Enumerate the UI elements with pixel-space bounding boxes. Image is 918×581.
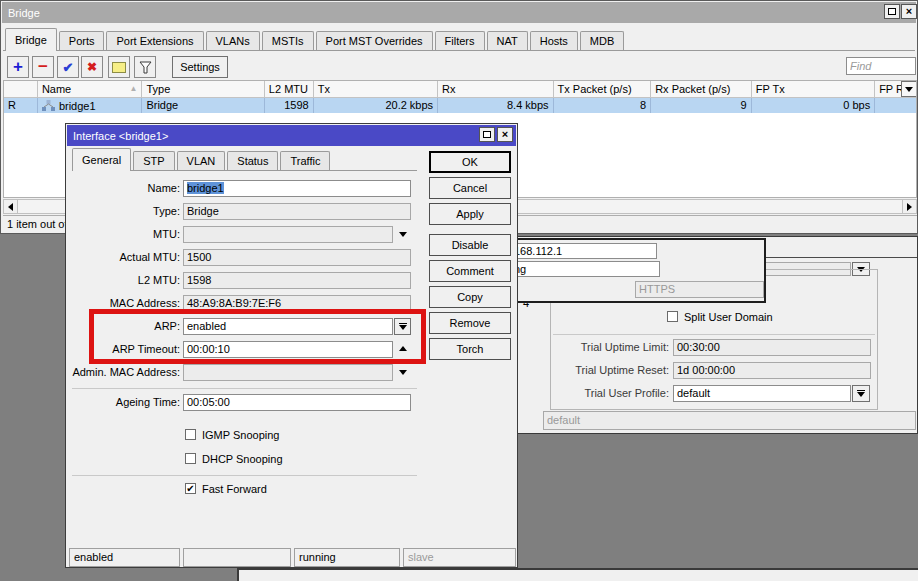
igmp-snooping-checkbox[interactable] bbox=[185, 429, 196, 440]
dhcp-snooping-checkbox[interactable] bbox=[185, 453, 196, 464]
comment-button[interactable] bbox=[108, 56, 130, 78]
close-icon: × bbox=[502, 129, 508, 140]
cross-icon: ✖ bbox=[87, 60, 97, 74]
tab-filters[interactable]: Filters bbox=[435, 31, 485, 51]
cancel-button[interactable]: Cancel bbox=[429, 177, 511, 199]
tab-status[interactable]: Status bbox=[227, 151, 278, 171]
mtu-label: MTU: bbox=[66, 226, 180, 243]
table-row[interactable]: R bridge1 Bridge 1598 20.2 kbps 8.4 kbps… bbox=[4, 98, 916, 113]
window-titlebar[interactable]: Bridge bbox=[2, 2, 916, 23]
admin-mac-dropdown-icon[interactable] bbox=[399, 370, 407, 375]
admin-mac-field[interactable] bbox=[183, 364, 393, 381]
torch-button[interactable]: Torch bbox=[429, 338, 511, 360]
combo-bar bbox=[857, 390, 865, 391]
fast-forward-checkbox[interactable]: ✔ bbox=[185, 483, 196, 494]
row-tx: 20.2 kbps bbox=[314, 98, 438, 113]
https-field: HTTPS bbox=[635, 281, 764, 298]
tab-hosts[interactable]: Hosts bbox=[530, 31, 578, 51]
tab-ports[interactable]: Ports bbox=[59, 31, 105, 51]
trial-uptime-reset-field[interactable]: 1d 00:00:00 bbox=[673, 362, 871, 379]
row-type: Bridge bbox=[142, 98, 264, 113]
status-empty bbox=[183, 548, 291, 567]
row-fp-tx: 0 bps bbox=[752, 98, 875, 113]
arrow-right-icon bbox=[907, 203, 912, 211]
tab-port-mst-overrides[interactable]: Port MST Overrides bbox=[316, 31, 433, 51]
tab-vlans[interactable]: VLANs bbox=[206, 31, 260, 51]
name-field[interactable]: bridge1 bbox=[183, 180, 411, 197]
tab-nat[interactable]: NAT bbox=[487, 31, 528, 51]
tab-traffic[interactable]: Traffic bbox=[280, 151, 330, 171]
copy-button[interactable]: Copy bbox=[429, 286, 511, 308]
type-field: Bridge bbox=[183, 203, 411, 220]
filter-button[interactable] bbox=[134, 56, 156, 78]
column-rx[interactable]: Rx bbox=[438, 81, 553, 97]
row-l2mtu: 1598 bbox=[265, 98, 314, 113]
column-fp-tx[interactable]: FP Tx bbox=[752, 81, 875, 97]
tab-stp[interactable]: STP bbox=[133, 151, 174, 171]
enable-button[interactable]: ✔ bbox=[57, 56, 79, 78]
column-flags[interactable] bbox=[4, 81, 38, 97]
separator bbox=[72, 388, 417, 389]
tab-vlan[interactable]: VLAN bbox=[177, 151, 226, 171]
separator bbox=[72, 475, 417, 476]
dialog-close-button[interactable]: × bbox=[497, 127, 513, 142]
column-tx-packet[interactable]: Tx Packet (p/s) bbox=[554, 81, 652, 97]
remove-button[interactable]: Remove bbox=[429, 312, 511, 334]
column-fp-r[interactable]: FP R bbox=[875, 81, 901, 97]
dhcp-snooping-label: DHCP Snooping bbox=[202, 453, 283, 465]
column-select-button[interactable] bbox=[901, 81, 916, 97]
column-name[interactable]: Name ▲ bbox=[38, 81, 143, 97]
tab-mdb[interactable]: MDB bbox=[580, 31, 624, 51]
column-rx-packet[interactable]: Rx Packet (p/s) bbox=[651, 81, 752, 97]
fast-forward-label: Fast Forward bbox=[202, 483, 267, 495]
apply-button[interactable]: Apply bbox=[429, 203, 511, 225]
status-slave: slave bbox=[403, 548, 516, 567]
settings-button[interactable]: Settings bbox=[172, 56, 228, 78]
find-box[interactable] bbox=[846, 57, 916, 75]
minus-icon: − bbox=[38, 57, 48, 77]
tab-port-extensions[interactable]: Port Extensions bbox=[106, 31, 203, 51]
partial-field-1[interactable]: 168.112.1 bbox=[510, 243, 657, 259]
row-fp-r bbox=[875, 98, 916, 113]
plus-icon: + bbox=[13, 57, 23, 77]
ok-button[interactable]: OK bbox=[429, 151, 511, 173]
disable-button[interactable]: ✖ bbox=[81, 56, 103, 78]
maximize-button[interactable] bbox=[884, 4, 900, 19]
remove-button[interactable]: − bbox=[32, 56, 54, 78]
column-tx[interactable]: Tx bbox=[314, 81, 438, 97]
tab-bridge[interactable]: Bridge bbox=[5, 28, 57, 51]
trial-uptime-limit-field[interactable]: 00:30:00 bbox=[673, 339, 871, 356]
trial-user-profile-field[interactable]: default bbox=[673, 385, 851, 402]
split-user-domain-checkbox[interactable] bbox=[667, 311, 678, 322]
trial-user-profile-dropdown[interactable] bbox=[852, 385, 870, 402]
ageing-time-field[interactable]: 00:05:00 bbox=[183, 394, 411, 411]
dialog-titlebar[interactable]: Interface <bridge1> bbox=[67, 125, 516, 146]
tab-general[interactable]: General bbox=[72, 148, 131, 171]
tab-bar: Bridge Ports Port Extensions VLANs MSTIs… bbox=[5, 28, 624, 51]
background-status-bar: default bbox=[543, 411, 916, 430]
column-type[interactable]: Type bbox=[142, 81, 264, 97]
mtu-field[interactable] bbox=[183, 226, 393, 243]
admin-mac-label: Admin. MAC Address: bbox=[66, 364, 180, 381]
row-name-label: bridge1 bbox=[59, 99, 96, 113]
disable-button[interactable]: Disable bbox=[429, 234, 511, 256]
scroll-left-button[interactable] bbox=[4, 200, 18, 213]
check-icon: ✔ bbox=[186, 484, 194, 493]
dialog-maximize-button[interactable] bbox=[479, 127, 495, 142]
status-enabled: enabled bbox=[69, 548, 180, 567]
comment-button[interactable]: Comment bbox=[429, 260, 511, 282]
ageing-time-label: Ageing Time: bbox=[66, 394, 180, 411]
trial-uptime-limit-label: Trial Uptime Limit: bbox=[521, 339, 669, 356]
find-input[interactable] bbox=[847, 58, 915, 74]
name-value: bridge1 bbox=[187, 182, 224, 194]
close-button[interactable]: × bbox=[901, 4, 917, 19]
add-button[interactable]: + bbox=[7, 56, 29, 78]
tab-mstis[interactable]: MSTIs bbox=[262, 31, 314, 51]
check-icon: ✔ bbox=[63, 60, 74, 75]
scroll-right-button[interactable] bbox=[902, 200, 916, 213]
chevron-down-icon bbox=[857, 392, 865, 397]
row-flag: R bbox=[4, 98, 38, 113]
partial-field-2[interactable]: ng bbox=[510, 261, 660, 277]
mtu-dropdown-icon[interactable] bbox=[399, 232, 407, 237]
column-l2mtu[interactable]: L2 MTU bbox=[265, 81, 314, 97]
